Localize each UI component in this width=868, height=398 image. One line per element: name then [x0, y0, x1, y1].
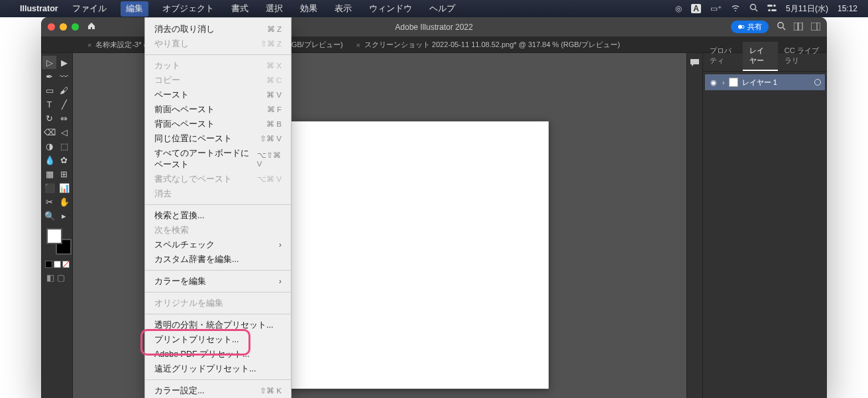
menu-item-25[interactable]: 遠近グリッドプリセット... — [145, 362, 291, 376]
menu-type[interactable]: 書式 — [228, 1, 252, 17]
panel-tab-layers[interactable]: レイヤー — [743, 42, 777, 71]
color-mode-none[interactable] — [62, 261, 70, 268]
toggle-tool-icon[interactable]: ▸ — [57, 209, 71, 222]
panel-tab-cc-libraries[interactable]: CC ライブラリ — [778, 42, 827, 71]
zoom-tool-icon[interactable]: 🔍 — [42, 209, 56, 222]
layer-row[interactable]: ◉ › レイヤー 1 — [705, 74, 825, 90]
control-center-icon[interactable] — [767, 4, 777, 14]
menu-item-label: 透明の分割・統合プリセット... — [154, 320, 273, 331]
wifi-icon[interactable] — [731, 4, 740, 13]
minimize-icon[interactable] — [60, 23, 67, 31]
curvature-tool-icon[interactable]: 〰 — [57, 70, 71, 83]
eyedropper-tool-icon[interactable]: 💧 — [42, 153, 56, 166]
menubar-date[interactable]: 5月11日(水) — [786, 3, 828, 15]
menu-file[interactable]: ファイル — [69, 1, 110, 17]
layer-name[interactable]: レイヤー 1 — [742, 78, 777, 88]
close-icon[interactable]: × — [87, 41, 91, 49]
menu-item-7[interactable]: 背面へペースト⌘ B — [145, 117, 291, 131]
app-name[interactable]: Illustrator — [20, 4, 58, 13]
menu-item-10: 書式なしでペースト⌥⌘ V — [145, 172, 291, 186]
screen-mode-icon[interactable]: ▢ — [57, 273, 65, 283]
hand-tool-icon[interactable]: ✋ — [57, 195, 71, 208]
close-icon[interactable]: × — [356, 41, 360, 49]
chevron-right-icon[interactable]: › — [722, 78, 725, 86]
fill-stroke-chip[interactable] — [46, 228, 69, 251]
paintbrush-tool-icon[interactable]: 🖌 — [57, 84, 71, 97]
menu-item-13[interactable]: 検索と置換... — [145, 208, 291, 223]
menu-shortcut: ⌘ C — [266, 76, 282, 85]
line-tool-icon[interactable]: ╱ — [57, 98, 71, 111]
menu-object[interactable]: オブジェクト — [159, 1, 217, 17]
pen-tool-icon[interactable]: ✒ — [42, 70, 56, 83]
reflect-tool-icon[interactable]: ⇔ — [57, 111, 71, 125]
menu-item-20: オリジナルを編集 — [145, 296, 291, 310]
target-icon[interactable] — [814, 79, 821, 86]
rectangle-tool-icon[interactable]: ▭ — [42, 84, 56, 97]
menu-item-23[interactable]: プリントプリセット... — [145, 332, 291, 347]
column-graph-tool-icon[interactable]: 📊 — [57, 181, 71, 194]
menu-window[interactable]: ウィンドウ — [366, 1, 415, 17]
arrange-icon[interactable] — [794, 21, 803, 33]
menu-item-label: 消去 — [154, 188, 172, 200]
battery-icon[interactable]: ▭⁺ — [710, 4, 722, 13]
type-tool-icon[interactable]: T — [42, 98, 56, 111]
menu-item-15[interactable]: スペルチェック› — [145, 237, 291, 252]
menu-edit[interactable]: 編集 — [121, 1, 148, 17]
gradient-tool-icon[interactable]: ▦ — [42, 167, 56, 180]
color-mode-gradient[interactable] — [54, 261, 61, 268]
free-transform-tool-icon[interactable]: ⬚ — [57, 139, 71, 153]
search-icon[interactable] — [749, 3, 758, 14]
menubar-left: ファイル 編集 オブジェクト 書式 選択 効果 表示 ウィンドウ ヘルプ — [69, 1, 459, 17]
menu-help[interactable]: ヘルプ — [426, 1, 459, 17]
visibility-icon[interactable]: ◉ — [709, 78, 718, 87]
menu-item-9[interactable]: すべてのアートボードにペースト⌥⇧⌘ V — [145, 146, 291, 172]
selection-tool-icon[interactable]: ▷ — [42, 56, 56, 69]
menu-item-16[interactable]: カスタム辞書を編集... — [145, 252, 291, 267]
mesh-tool-icon[interactable]: ⊞ — [57, 167, 71, 180]
macos-menubar: Illustrator ファイル 編集 オブジェクト 書式 選択 効果 表示 ウ… — [0, 0, 868, 17]
share-button[interactable]: 共有 — [731, 21, 769, 33]
direct-selection-tool-icon[interactable]: ▶ — [57, 56, 71, 69]
menu-item-8[interactable]: 同じ位置にペースト⇧⌘ V — [145, 131, 291, 146]
fullscreen-icon[interactable] — [72, 23, 79, 31]
panel-tabs: プロパティ レイヤー CC ライブラリ — [703, 53, 827, 72]
menu-select[interactable]: 選択 — [262, 1, 286, 17]
menubar-time[interactable]: 15:12 — [838, 4, 857, 13]
fill-color[interactable] — [46, 228, 62, 244]
menu-item-6[interactable]: 前面へペースト⌘ F — [145, 102, 291, 117]
draw-mode-icon[interactable]: ◧ — [46, 273, 54, 283]
symbol-sprayer-tool-icon[interactable]: ✿ — [57, 153, 71, 166]
color-mode-color[interactable] — [45, 261, 52, 268]
menu-shortcut: ⌥⇧⌘ V — [257, 151, 282, 168]
search-icon[interactable] — [777, 21, 786, 33]
record-icon[interactable]: ◎ — [675, 4, 682, 13]
menu-item-27[interactable]: カラー設定...⇧⌘ K — [145, 383, 291, 398]
tab-2[interactable]: ×スクリーンショット 2022-05-11 11.08.52.png* @ 31… — [349, 36, 626, 53]
menu-view[interactable]: 表示 — [331, 1, 355, 17]
comment-icon[interactable] — [690, 58, 700, 70]
menu-shortcut: ⌥⌘ V — [257, 174, 282, 184]
home-icon[interactable] — [87, 21, 96, 33]
shape-builder-tool-icon[interactable]: ◑ — [42, 139, 56, 153]
window-title: Adobe Illustrator 2022 — [395, 23, 472, 32]
artboard-tool-icon[interactable]: ⬛ — [42, 181, 56, 194]
menu-item-22[interactable]: 透明の分割・統合プリセット... — [145, 318, 291, 332]
panel-tab-properties[interactable]: プロパティ — [703, 42, 743, 71]
close-icon[interactable] — [48, 23, 55, 31]
workspace-icon[interactable] — [811, 21, 820, 33]
menu-item-5[interactable]: ペースト⌘ V — [145, 88, 291, 102]
menu-item-0[interactable]: 消去の取り消し⌘ Z — [145, 22, 291, 36]
rotate-tool-icon[interactable]: ↻ — [42, 111, 56, 125]
artboard[interactable] — [282, 121, 549, 389]
input-lang-icon[interactable]: A — [691, 4, 701, 13]
menu-effect[interactable]: 効果 — [297, 1, 321, 17]
menu-item-label: スペルチェック — [154, 239, 215, 251]
menu-item-label: Adobe PDF プリセット... — [154, 349, 250, 360]
menu-item-24[interactable]: Adobe PDF プリセット... — [145, 347, 291, 362]
slice-tool-icon[interactable]: ✂ — [42, 195, 56, 208]
width-tool-icon[interactable]: ◁ — [57, 125, 71, 139]
eraser-tool-icon[interactable]: ⌫ — [42, 125, 56, 139]
menu-item-18[interactable]: カラーを編集› — [145, 274, 291, 289]
svg-line-9 — [783, 27, 786, 30]
menu-item-1: やり直し⇧⌘ Z — [145, 36, 291, 51]
